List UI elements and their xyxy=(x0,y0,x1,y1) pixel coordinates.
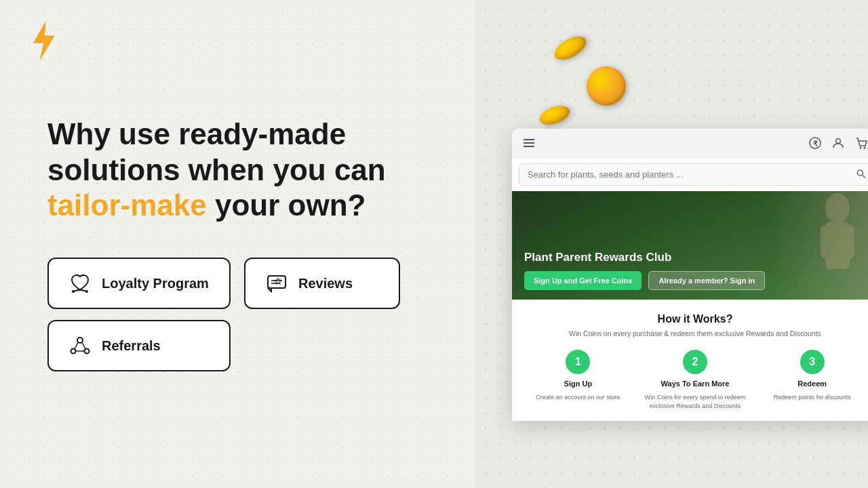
svg-point-17 xyxy=(836,139,841,144)
reviews-label: Reviews xyxy=(298,276,353,291)
search-icon[interactable] xyxy=(856,169,866,180)
svg-line-21 xyxy=(863,175,866,178)
logo-area xyxy=(27,20,60,64)
hero-cta-buttons: Sign Up and Get Free Coins Already a mem… xyxy=(524,271,866,290)
how-it-works-section: How it Works? Win Coins on every purchas… xyxy=(512,300,868,421)
svg-marker-0 xyxy=(33,20,55,61)
step-1-desc: Create an account on our store xyxy=(536,393,620,402)
headline: Why use ready-made solutions when you ca… xyxy=(47,117,434,224)
loyalty-label: Loyalty Program xyxy=(102,276,209,291)
right-panel: ₹ xyxy=(475,0,868,488)
step-2-name: Ways To Earn More xyxy=(661,380,730,388)
reviews-button[interactable]: Reviews xyxy=(244,258,400,309)
step-1-name: Sign Up xyxy=(564,380,593,388)
bottom-buttons-row: Referrals xyxy=(47,320,434,371)
hiw-title: How it Works? xyxy=(523,313,867,325)
referrals-label: Referrals xyxy=(102,338,161,354)
signin-cta-button[interactable]: Already a member? Sign in xyxy=(648,271,765,290)
user-icon[interactable] xyxy=(831,136,846,150)
step-2: 2 Ways To Earn More Win Coins for every … xyxy=(640,350,751,410)
step-3: 3 Redeem Redeem points for discounts xyxy=(757,350,867,410)
referrals-button[interactable]: Referrals xyxy=(47,320,231,371)
browser-mockup: ₹ xyxy=(512,129,868,421)
svg-point-19 xyxy=(864,147,866,149)
search-input[interactable] xyxy=(519,163,868,186)
step-3-circle: 3 xyxy=(800,350,825,374)
reviews-icon xyxy=(264,271,289,296)
browser-chrome-bar: ₹ xyxy=(512,129,868,158)
step-1-circle: 1 xyxy=(566,350,590,374)
coin-1 xyxy=(551,32,590,65)
loyalty-program-button[interactable]: Loyalty Program xyxy=(47,258,231,309)
step-1: 1 Sign Up Create an account on our store xyxy=(523,350,633,410)
svg-point-2 xyxy=(85,290,88,293)
browser-action-icons: ₹ xyxy=(808,136,868,150)
svg-line-10 xyxy=(82,342,85,349)
svg-text:₹: ₹ xyxy=(813,140,818,148)
hero-section: Plant Parent Rewards Club Sign Up and Ge… xyxy=(512,191,868,300)
cart-icon[interactable] xyxy=(854,136,868,150)
loyalty-icon xyxy=(68,271,92,296)
signup-cta-button[interactable]: Sign Up and Get Free Coins xyxy=(524,271,642,290)
hero-title: Plant Parent Rewards Club xyxy=(524,251,866,264)
svg-point-7 xyxy=(71,349,76,354)
svg-line-9 xyxy=(75,342,78,349)
buttons-grid: Loyalty Program Reviews xyxy=(47,258,434,371)
lightning-icon xyxy=(27,20,60,61)
svg-point-18 xyxy=(860,147,862,149)
coin-3 xyxy=(537,102,572,128)
svg-point-8 xyxy=(85,349,90,354)
left-panel: Why use ready-made solutions when you ca… xyxy=(0,0,475,488)
step-3-name: Redeem xyxy=(797,380,827,388)
step-2-desc: Win Coins for every spend to redeem excl… xyxy=(640,393,751,410)
referrals-icon xyxy=(68,333,92,358)
svg-point-1 xyxy=(72,290,75,293)
coin-2 xyxy=(587,66,626,106)
hiw-subtitle: Win Coins on every purchase & redeem the… xyxy=(523,329,867,338)
svg-point-22 xyxy=(825,193,850,223)
hamburger-icon[interactable] xyxy=(521,136,536,150)
currency-icon[interactable]: ₹ xyxy=(808,136,823,150)
svg-point-20 xyxy=(858,170,863,176)
hiw-steps: 1 Sign Up Create an account on our store… xyxy=(523,350,867,410)
svg-rect-3 xyxy=(268,276,285,288)
svg-point-6 xyxy=(77,338,83,343)
step-2-circle: 2 xyxy=(683,350,707,374)
browser-nav-icons xyxy=(521,136,536,150)
headline-line1: Why use ready-made xyxy=(47,117,346,150)
step-3-desc: Redeem points for discounts xyxy=(774,393,851,402)
top-buttons-row: Loyalty Program Reviews xyxy=(47,258,434,309)
search-bar xyxy=(519,163,868,186)
headline-line2: solutions when you can xyxy=(47,153,386,186)
headline-line3: your own? xyxy=(215,188,366,222)
headline-highlight: tailor-make xyxy=(47,188,207,222)
